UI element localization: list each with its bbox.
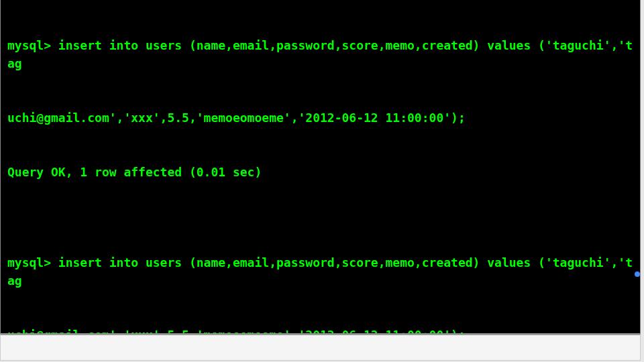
terminal-line-queryok: Query OK, 1 row affected (0.01 sec) xyxy=(7,163,633,181)
window-bottom-frame xyxy=(0,334,641,361)
terminal-line-insert1b: uchi@gmail.com','xxx',5.5,'memoeomoeme',… xyxy=(7,109,633,127)
terminal-line-insert2b: uchi@gmail.com','xxx',5.5,'memoeomoeme',… xyxy=(7,326,633,334)
terminal-line-insert2a: mysql> insert into users (name,email,pas… xyxy=(7,253,633,290)
mysql-terminal[interactable]: mysql> insert into users (name,email,pas… xyxy=(0,0,641,334)
scrollbar-thumb[interactable] xyxy=(635,272,640,277)
terminal-line-insert1a: mysql> insert into users (name,email,pas… xyxy=(7,36,633,72)
